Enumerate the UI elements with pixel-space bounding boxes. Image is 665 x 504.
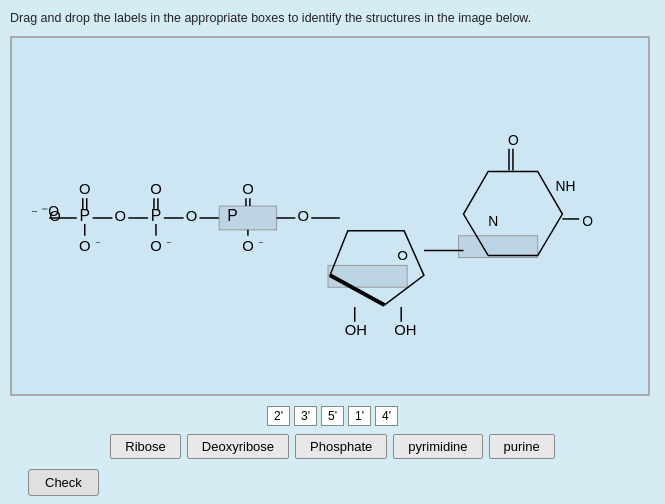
molecule-diagram: P O ⁻ O O ⁻ O P O O ⁻ O P bbox=[10, 36, 650, 396]
pos-label-1[interactable]: 1' bbox=[348, 406, 371, 426]
pos-label-2[interactable]: 2' bbox=[267, 406, 290, 426]
svg-text:O: O bbox=[508, 131, 519, 147]
svg-text:NH: NH bbox=[555, 178, 575, 194]
svg-rect-43 bbox=[459, 235, 538, 257]
svg-text:⁻: ⁻ bbox=[258, 237, 264, 249]
svg-text:P: P bbox=[79, 206, 90, 223]
svg-text:O: O bbox=[298, 207, 310, 223]
pos-label-4[interactable]: 4' bbox=[375, 406, 398, 426]
svg-text:O: O bbox=[397, 247, 408, 263]
svg-rect-0 bbox=[14, 38, 647, 394]
svg-text:O: O bbox=[150, 237, 162, 253]
svg-text:O: O bbox=[186, 207, 198, 223]
svg-text:⁻: ⁻ bbox=[31, 205, 38, 220]
svg-text:O: O bbox=[242, 237, 254, 253]
svg-text:O: O bbox=[242, 181, 254, 197]
instruction-text: Drag and drop the labels in the appropri… bbox=[10, 10, 655, 28]
pos-label-5[interactable]: 5' bbox=[321, 406, 344, 426]
svg-text:⁻: ⁻ bbox=[95, 237, 101, 249]
svg-text:N: N bbox=[488, 212, 498, 228]
drag-labels-area: Ribose Deoxyribose Phosphate pyrimidine … bbox=[10, 434, 655, 459]
svg-text:⁻O: ⁻O bbox=[41, 203, 59, 219]
svg-text:O: O bbox=[79, 181, 91, 197]
svg-text:O: O bbox=[79, 237, 91, 253]
drag-label-ribose[interactable]: Ribose bbox=[110, 434, 180, 459]
drag-label-purine[interactable]: purine bbox=[489, 434, 555, 459]
svg-text:OH: OH bbox=[345, 321, 367, 337]
drag-label-phosphate[interactable]: Phosphate bbox=[295, 434, 387, 459]
svg-rect-35 bbox=[328, 265, 407, 287]
svg-text:P: P bbox=[227, 206, 238, 223]
svg-text:⁻: ⁻ bbox=[166, 237, 172, 249]
drag-label-pyrimidine[interactable]: pyrimidine bbox=[393, 434, 482, 459]
position-labels-row: 2' 3' 5' 1' 4' bbox=[10, 406, 655, 426]
svg-text:O: O bbox=[115, 207, 127, 223]
check-button[interactable]: Check bbox=[28, 469, 99, 496]
svg-text:O: O bbox=[150, 181, 162, 197]
svg-text:OH: OH bbox=[394, 321, 416, 337]
pos-label-3[interactable]: 3' bbox=[294, 406, 317, 426]
drag-label-deoxyribose[interactable]: Deoxyribose bbox=[187, 434, 289, 459]
svg-text:P: P bbox=[151, 206, 162, 223]
svg-text:O: O bbox=[582, 212, 593, 228]
